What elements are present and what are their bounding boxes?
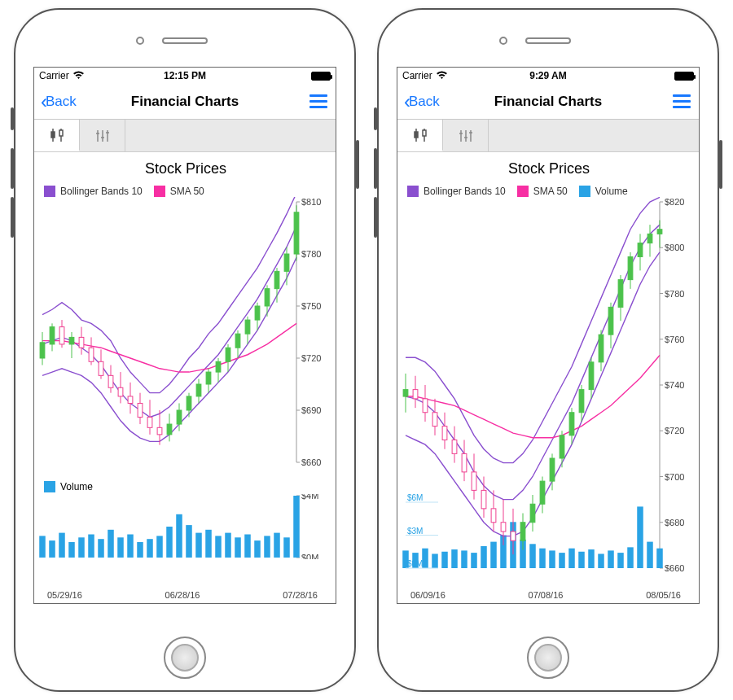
svg-rect-98 <box>195 533 202 558</box>
svg-rect-84 <box>59 533 65 558</box>
svg-rect-152 <box>539 549 546 568</box>
svg-rect-206 <box>569 413 574 435</box>
svg-rect-36 <box>99 361 103 375</box>
svg-rect-218 <box>628 257 633 280</box>
legend-sma: SMA 50 <box>533 186 568 197</box>
chart-title: Stock Prices <box>39 160 332 177</box>
svg-text:$3M: $3M <box>407 527 423 536</box>
svg-rect-50 <box>167 424 172 435</box>
x-axis: 05/29/16 06/28/16 07/28/16 <box>39 588 332 602</box>
svg-rect-141 <box>432 553 438 568</box>
svg-rect-66 <box>245 320 250 334</box>
svg-rect-163 <box>647 542 653 568</box>
svg-rect-157 <box>588 549 595 568</box>
svg-rect-107 <box>283 538 290 558</box>
menu-button[interactable] <box>308 90 329 113</box>
home-button[interactable] <box>527 637 569 679</box>
svg-rect-60 <box>216 361 221 372</box>
svg-rect-99 <box>205 530 212 558</box>
svg-text:$660: $660 <box>301 457 321 466</box>
candlestick-icon <box>411 126 429 144</box>
svg-rect-56 <box>196 384 201 396</box>
svg-rect-105 <box>264 536 270 558</box>
clock-label: 9:29 AM <box>397 70 699 81</box>
svg-rect-200 <box>540 481 545 504</box>
svg-rect-147 <box>490 542 497 568</box>
svg-rect-54 <box>187 396 191 410</box>
svg-rect-34 <box>89 348 94 361</box>
chart-legend: Bollinger Bands 10 SMA 50 Volume <box>407 186 696 197</box>
svg-text:$810: $810 <box>301 197 321 207</box>
svg-rect-101 <box>225 533 231 558</box>
bollinger-swatch-icon <box>44 186 55 197</box>
clock-label: 12:15 PM <box>34 70 336 81</box>
svg-rect-48 <box>157 427 162 435</box>
svg-rect-42 <box>128 396 133 404</box>
camera-icon <box>499 37 507 45</box>
back-button[interactable]: ‹ Back <box>41 92 77 112</box>
x-tick: 07/08/16 <box>529 590 564 600</box>
svg-rect-40 <box>118 387 123 396</box>
home-button[interactable] <box>164 637 206 679</box>
svg-rect-112 <box>423 130 426 136</box>
svg-rect-3 <box>59 130 63 136</box>
svg-rect-142 <box>441 552 448 568</box>
x-tick: 05/29/16 <box>47 590 82 600</box>
svg-rect-82 <box>39 536 46 558</box>
svg-rect-192 <box>501 523 506 532</box>
svg-rect-96 <box>176 514 182 558</box>
sma-swatch-icon <box>517 186 529 197</box>
svg-rect-106 <box>274 533 280 558</box>
svg-rect-30 <box>69 337 74 344</box>
svg-text:$780: $780 <box>301 249 321 259</box>
svg-rect-100 <box>215 536 222 558</box>
svg-text:$750: $750 <box>301 301 321 311</box>
svg-rect-198 <box>530 504 535 523</box>
svg-rect-62 <box>226 348 230 361</box>
battery-icon <box>311 72 331 81</box>
svg-rect-103 <box>244 535 251 558</box>
svg-rect-156 <box>578 552 585 568</box>
svg-rect-153 <box>549 550 555 568</box>
svg-text:$690: $690 <box>301 405 321 415</box>
svg-rect-146 <box>481 546 487 568</box>
candlestick-tab[interactable] <box>34 120 80 151</box>
candlestick-tab[interactable] <box>397 120 443 151</box>
chart-toolbar <box>34 120 336 152</box>
svg-text:$6M: $6M <box>407 493 423 502</box>
indicator-tab[interactable] <box>443 120 489 151</box>
back-button[interactable]: ‹ Back <box>404 92 440 112</box>
svg-rect-202 <box>550 458 555 481</box>
svg-rect-159 <box>608 550 614 568</box>
legend-volume: Volume <box>60 481 93 492</box>
svg-rect-68 <box>255 306 260 320</box>
chart-area[interactable]: Stock Prices Bollinger Bands 10 SMA 50 V… <box>397 152 699 603</box>
toolbar-spacer <box>125 120 336 151</box>
svg-rect-110 <box>415 132 418 138</box>
svg-text:$780: $780 <box>665 289 684 299</box>
svg-rect-70 <box>265 289 270 306</box>
chart-area[interactable]: Stock Prices Bollinger Bands 10 SMA 50 $… <box>34 152 336 603</box>
volume-swatch-icon <box>44 481 55 492</box>
svg-rect-88 <box>98 539 104 558</box>
combined-plot[interactable]: $820$800$780$760$740$720$700$680$660$6M$… <box>402 197 696 588</box>
svg-rect-180 <box>442 427 447 440</box>
svg-rect-190 <box>491 509 496 523</box>
svg-rect-204 <box>560 435 564 458</box>
page-title: Financial Charts <box>34 94 336 110</box>
svg-rect-94 <box>156 536 163 558</box>
svg-rect-145 <box>471 553 477 568</box>
svg-rect-172 <box>403 390 408 396</box>
svg-rect-174 <box>413 390 418 399</box>
volume-plot[interactable]: $4M$0M <box>39 494 332 588</box>
x-tick: 06/09/16 <box>410 590 446 600</box>
svg-rect-210 <box>589 362 594 390</box>
svg-rect-214 <box>608 307 613 335</box>
menu-button[interactable] <box>671 90 692 113</box>
hamburger-icon <box>309 94 327 97</box>
svg-rect-32 <box>79 337 84 348</box>
svg-rect-102 <box>235 538 241 558</box>
price-plot[interactable]: $810$780$750$720$690$660 <box>39 197 332 479</box>
indicator-tab[interactable] <box>80 120 125 151</box>
svg-rect-58 <box>206 372 211 384</box>
